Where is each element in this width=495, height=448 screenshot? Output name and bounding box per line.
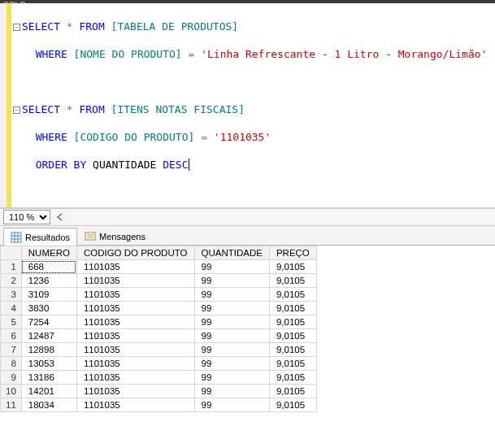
cell-numero[interactable]: 13053 xyxy=(21,357,76,371)
cell-codigo[interactable]: 1101035 xyxy=(76,371,194,385)
cell-qtd[interactable]: 99 xyxy=(194,357,269,371)
cell-codigo[interactable]: 1101035 xyxy=(76,302,194,315)
collapse-left-icon[interactable] xyxy=(55,212,65,222)
cell-numero[interactable]: 668 xyxy=(21,260,76,274)
col-header-quantidade[interactable]: QUANTIDADE xyxy=(194,246,269,260)
col-header-preco[interactable]: PREÇO xyxy=(269,246,316,260)
cell-numero[interactable]: 18034 xyxy=(21,398,76,412)
cell-codigo[interactable]: 1101035 xyxy=(76,260,194,274)
zoom-bar: 110 % xyxy=(0,208,495,226)
row-number[interactable]: 6 xyxy=(1,329,22,343)
cell-preco[interactable]: 9,0105 xyxy=(269,315,316,329)
cell-preco[interactable]: 9,0105 xyxy=(269,329,316,343)
kw-desc: DESC xyxy=(163,159,188,171)
change-indicator xyxy=(7,3,11,207)
cell-qtd[interactable]: 99 xyxy=(194,260,269,274)
table-row[interactable]: 7128981101035999,0105 xyxy=(1,343,317,357)
kw-select: SELECT xyxy=(22,103,60,115)
cell-qtd[interactable]: 99 xyxy=(194,371,269,385)
cell-codigo[interactable]: 1101035 xyxy=(76,315,194,329)
kw-order-by: ORDER BY xyxy=(36,159,87,171)
results-tabs: Resultados Mensagens xyxy=(0,226,495,246)
row-number[interactable]: 8 xyxy=(1,357,22,371)
cell-qtd[interactable]: 99 xyxy=(194,343,269,357)
cell-numero[interactable]: 12487 xyxy=(21,329,76,343)
cell-qtd[interactable]: 99 xyxy=(194,398,269,412)
cell-codigo[interactable]: 1101035 xyxy=(76,288,194,302)
cell-codigo[interactable]: 1101035 xyxy=(76,385,194,398)
cell-codigo[interactable]: 1101035 xyxy=(76,357,194,371)
star: * xyxy=(60,20,79,33)
tab-messages-label: Mensagens xyxy=(99,232,145,241)
table-row[interactable]: 212361101035999,0105 xyxy=(1,274,317,288)
results-table: NUMERO CODIGO DO PRODUTO QUANTIDADE PREÇ… xyxy=(0,246,317,412)
messages-icon xyxy=(85,231,96,242)
table-row[interactable]: 331091101035999,0105 xyxy=(1,288,317,302)
table-row[interactable]: 16681101035999,0105 xyxy=(1,260,317,274)
tab-results[interactable]: Resultados xyxy=(3,228,77,246)
outline-collapse-icon[interactable]: − xyxy=(13,24,20,31)
cell-numero[interactable]: 1236 xyxy=(21,274,76,288)
svg-rect-0 xyxy=(11,233,21,242)
cell-numero[interactable]: 3109 xyxy=(21,288,76,302)
row-number[interactable]: 3 xyxy=(1,288,22,302)
cell-codigo[interactable]: 1101035 xyxy=(76,329,194,343)
row-number[interactable]: 1 xyxy=(1,260,22,274)
str-codigo: '1101035' xyxy=(207,131,271,143)
table-row[interactable]: 572541101035999,0105 xyxy=(1,315,317,329)
cell-numero[interactable]: 12898 xyxy=(21,343,76,357)
table-row[interactable]: 10142011101035999,0105 xyxy=(1,385,317,398)
cell-preco[interactable]: 9,0105 xyxy=(269,357,316,371)
col-header-numero[interactable]: NUMERO xyxy=(21,246,76,260)
row-number[interactable]: 2 xyxy=(1,274,22,288)
cell-numero[interactable]: 7254 xyxy=(21,315,76,329)
table-row[interactable]: 9131861101035999,0105 xyxy=(1,371,317,385)
sql-editor[interactable]: −SELECT * FROM [TABELA DE PRODUTOS] WHER… xyxy=(0,3,495,208)
tab-results-label: Resultados xyxy=(25,233,70,242)
cell-preco[interactable]: 9,0105 xyxy=(269,302,316,315)
cell-preco[interactable]: 9,0105 xyxy=(269,288,316,302)
cell-preco[interactable]: 9,0105 xyxy=(269,274,316,288)
table-row[interactable]: 438301101035999,0105 xyxy=(1,302,317,315)
row-number[interactable]: 11 xyxy=(1,398,22,412)
col-quantidade: QUANTIDADE xyxy=(86,159,163,171)
row-number[interactable]: 9 xyxy=(1,371,22,385)
cell-qtd[interactable]: 99 xyxy=(194,288,269,302)
zoom-select[interactable]: 110 % xyxy=(3,210,50,224)
cell-codigo[interactable]: 1101035 xyxy=(76,398,194,412)
cell-numero[interactable]: 13186 xyxy=(21,371,76,385)
results-grid[interactable]: NUMERO CODIGO DO PRODUTO QUANTIDADE PREÇ… xyxy=(0,246,495,448)
tbl-produtos: [TABELA DE PRODUTOS] xyxy=(105,20,238,33)
table-row[interactable]: 6124871101035999,0105 xyxy=(1,329,317,343)
col-nome-produto: [NOME DO PRODUTO] xyxy=(67,48,189,60)
cell-numero[interactable]: 3830 xyxy=(21,302,76,315)
kw-from: FROM xyxy=(79,20,104,33)
table-row[interactable]: 11180341101035999,0105 xyxy=(1,398,317,412)
cell-qtd[interactable]: 99 xyxy=(194,302,269,315)
tab-messages[interactable]: Mensagens xyxy=(77,227,153,245)
cell-preco[interactable]: 9,0105 xyxy=(269,371,316,385)
cell-preco[interactable]: 9,0105 xyxy=(269,398,316,412)
cell-codigo[interactable]: 1101035 xyxy=(76,274,194,288)
outline-collapse-icon[interactable]: − xyxy=(13,107,20,114)
tbl-itens-notas: [ITENS NOTAS FISCAIS] xyxy=(105,103,245,115)
cell-qtd[interactable]: 99 xyxy=(194,329,269,343)
text-caret xyxy=(189,159,189,171)
cell-codigo[interactable]: 1101035 xyxy=(76,343,194,357)
editor-gutter xyxy=(0,3,7,207)
cell-qtd[interactable]: 99 xyxy=(194,274,269,288)
cell-preco[interactable]: 9,0105 xyxy=(269,260,316,274)
cell-qtd[interactable]: 99 xyxy=(194,385,269,398)
grid-icon xyxy=(11,232,22,243)
cell-preco[interactable]: 9,0105 xyxy=(269,385,316,398)
row-number[interactable]: 10 xyxy=(1,385,22,398)
cell-qtd[interactable]: 99 xyxy=(194,315,269,329)
table-row[interactable]: 8130531101035999,0105 xyxy=(1,357,317,371)
row-number[interactable]: 4 xyxy=(1,302,22,315)
col-header-codigo[interactable]: CODIGO DO PRODUTO xyxy=(76,246,194,260)
row-number[interactable]: 7 xyxy=(1,343,22,357)
cell-preco[interactable]: 9,0105 xyxy=(269,343,316,357)
cell-numero[interactable]: 14201 xyxy=(21,385,76,398)
code-area[interactable]: −SELECT * FROM [TABELA DE PRODUTOS] WHER… xyxy=(13,3,487,207)
row-number[interactable]: 5 xyxy=(1,315,22,329)
